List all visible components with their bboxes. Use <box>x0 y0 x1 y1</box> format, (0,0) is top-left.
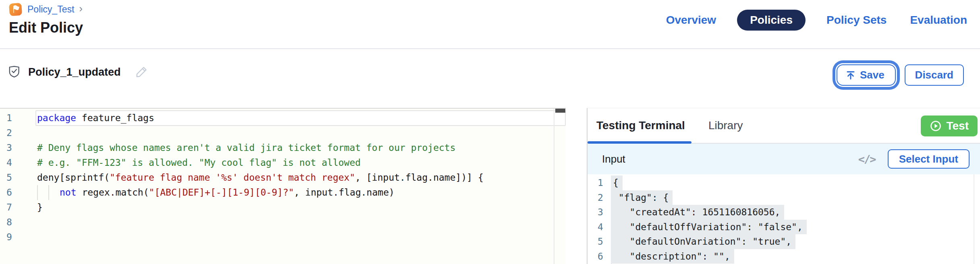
json-line[interactable]: 3 "createdAt": 1651160816056, <box>588 205 980 220</box>
code-segment: regex.match( <box>77 187 149 198</box>
input-header-bar: Input </> Select Input <box>588 144 980 174</box>
module-nav: Overview Policies Policy Sets Evaluation <box>664 10 970 31</box>
code-segment: package <box>37 113 76 123</box>
line-number: 5 <box>598 234 603 249</box>
line-number: 4 <box>6 155 12 170</box>
breadcrumb-project-link[interactable]: Policy_Test <box>27 4 74 15</box>
code-segment: deny[sprintf( <box>37 172 110 183</box>
active-tab-underline <box>588 141 691 144</box>
select-input-button[interactable]: Select Input <box>888 149 970 169</box>
code-segment: "feature flag name '%s' doesn't match re… <box>110 172 355 183</box>
save-button[interactable]: Save <box>837 64 896 86</box>
policy-code-editor[interactable]: 1package feature_flags23# Deny flags who… <box>0 108 566 264</box>
edit-name-pencil-icon[interactable] <box>135 66 147 78</box>
line-number: 5 <box>6 170 12 185</box>
breadcrumb: Policy_Test › <box>9 2 83 16</box>
code-line[interactable]: 7} <box>0 200 566 215</box>
code-text: } <box>37 200 43 215</box>
testing-panel-tabs: Testing Terminal Library Test <box>588 108 980 144</box>
json-text: { <box>611 175 623 190</box>
breadcrumb-chevron-icon: › <box>79 2 83 15</box>
code-line[interactable]: 2 <box>0 126 566 140</box>
page-title: Edit Policy <box>9 19 83 36</box>
input-json-lines: 1{2 "flag": {3 "createdAt": 165116081605… <box>588 175 980 264</box>
code-line[interactable]: 3# Deny flags whose names aren't a valid… <box>0 140 566 155</box>
discard-button-label: Discard <box>915 69 953 81</box>
json-text: "flag": { <box>611 190 673 205</box>
discard-button[interactable]: Discard <box>905 64 964 86</box>
code-text: # Deny flags whose names aren't a valid … <box>37 140 456 155</box>
save-button-label: Save <box>860 69 884 81</box>
line-number: 3 <box>6 140 12 155</box>
nav-tab-policy-sets[interactable]: Policy Sets <box>824 10 889 31</box>
json-line[interactable]: 2 "flag": { <box>588 190 980 205</box>
line-number: 6 <box>598 249 603 264</box>
indent-guide <box>37 185 48 200</box>
test-button-label: Test <box>947 120 969 132</box>
indent-guide <box>48 185 60 200</box>
code-segment: "[ABC|DEF]+[-][1-9][0-9]?" <box>149 187 294 198</box>
line-number: 2 <box>598 190 603 205</box>
code-line[interactable]: 9 <box>0 230 566 245</box>
json-text: "createdAt": 1651160816056, <box>611 205 784 220</box>
code-text: # e.g. "FFM-123" is allowed. "My cool fl… <box>37 155 361 170</box>
line-number: 7 <box>6 200 12 215</box>
toolbar-actions: Save Discard <box>837 64 964 86</box>
play-circle-icon <box>930 120 942 132</box>
editor-scrollbar-thumb[interactable] <box>555 109 565 113</box>
upload-icon <box>845 70 856 80</box>
json-line[interactable]: 6 "description": "", <box>588 249 980 264</box>
code-segment: , input.flag.name) <box>294 187 394 198</box>
code-text: deny[sprintf("feature flag name '%s' doe… <box>37 170 484 185</box>
line-number: 3 <box>598 205 603 220</box>
code-line[interactable]: 8 <box>0 215 566 230</box>
code-segment: # Deny flags whose names aren't a valid … <box>37 142 456 153</box>
policy-identity: Policy_1_updated <box>8 65 147 79</box>
code-segment: not <box>60 187 77 198</box>
line-number: 4 <box>598 220 603 235</box>
code-line[interactable]: 1package feature_flags <box>0 111 566 126</box>
line-number: 8 <box>6 215 12 230</box>
json-line[interactable]: 5 "defaultOnVariation": "true", <box>588 234 980 249</box>
json-text: "defaultOffVariation": "false", <box>611 220 807 235</box>
code-segment: # e.g. "FFM-123" is allowed. "My cool fl… <box>37 157 361 168</box>
line-number: 9 <box>6 230 12 245</box>
policy-toolbar: Policy_1_updated Save Discard <box>0 49 980 108</box>
nav-tab-policies[interactable]: Policies <box>737 10 806 31</box>
code-segment: feature_flags <box>76 113 154 123</box>
shield-check-icon <box>8 65 21 79</box>
tab-testing-terminal[interactable]: Testing Terminal <box>596 119 685 132</box>
line-number: 1 <box>6 111 12 126</box>
json-editor-right-edge <box>974 174 974 264</box>
policy-code-lines: 1package feature_flags23# Deny flags who… <box>0 111 566 245</box>
json-text: "defaultOnVariation": "true", <box>611 234 795 249</box>
code-braces-icon[interactable]: </> <box>858 153 876 165</box>
code-line[interactable]: 4# e.g. "FFM-123" is allowed. "My cool f… <box>0 155 566 170</box>
code-text: package feature_flags <box>37 111 154 126</box>
code-text: not regex.match("[ABC|DEF]+[-][1-9][0-9]… <box>37 185 394 200</box>
code-line[interactable]: 6not regex.match("[ABC|DEF]+[-][1-9][0-9… <box>0 185 566 200</box>
code-segment: , [input.flag.name])] { <box>355 172 484 183</box>
line-number: 1 <box>598 175 603 190</box>
json-text: "description": "", <box>611 249 734 264</box>
testing-panel: Testing Terminal Library Test Input </> … <box>587 108 980 264</box>
json-line[interactable]: 1{ <box>588 175 980 190</box>
page-header: Policy_Test › Edit Policy Overview Polic… <box>0 0 980 49</box>
code-segment: } <box>37 202 43 212</box>
test-button[interactable]: Test <box>921 116 978 136</box>
line-number: 6 <box>6 185 12 200</box>
editor-scrollbar-track <box>554 109 554 264</box>
nav-tab-evaluation[interactable]: Evaluation <box>907 10 970 31</box>
json-line[interactable]: 4 "defaultOffVariation": "false", <box>588 220 980 235</box>
policy-name: Policy_1_updated <box>28 66 121 78</box>
tab-library[interactable]: Library <box>708 119 743 132</box>
input-label: Input <box>602 153 625 165</box>
nav-tab-overview[interactable]: Overview <box>664 10 719 31</box>
feature-flags-logo-icon[interactable] <box>9 2 23 16</box>
line-number: 2 <box>6 126 12 140</box>
input-json-editor[interactable]: 1{2 "flag": {3 "createdAt": 165116081605… <box>588 174 980 264</box>
code-line[interactable]: 5deny[sprintf("feature flag name '%s' do… <box>0 170 566 185</box>
